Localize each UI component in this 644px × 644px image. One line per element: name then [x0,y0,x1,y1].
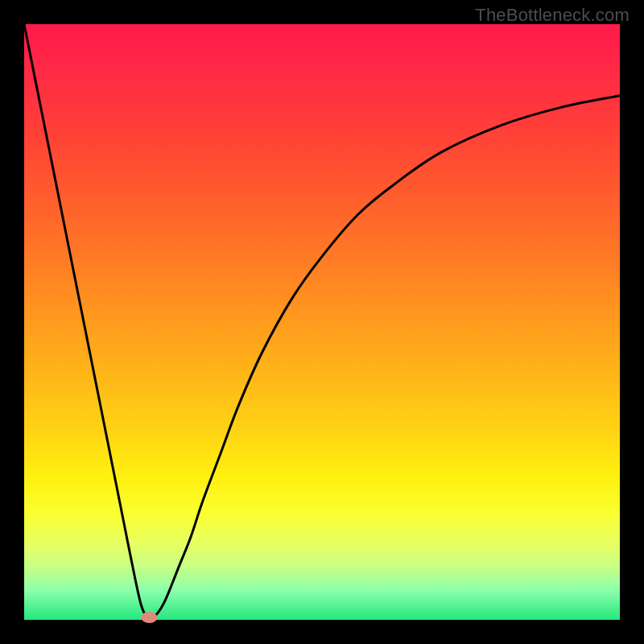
chart-svg [24,24,620,620]
chart-frame: TheBottleneck.com [0,0,644,644]
watermark-label: TheBottleneck.com [475,5,630,26]
bottleneck-marker [141,612,157,623]
curve-path [24,24,620,620]
chart-plot-area [24,24,620,620]
